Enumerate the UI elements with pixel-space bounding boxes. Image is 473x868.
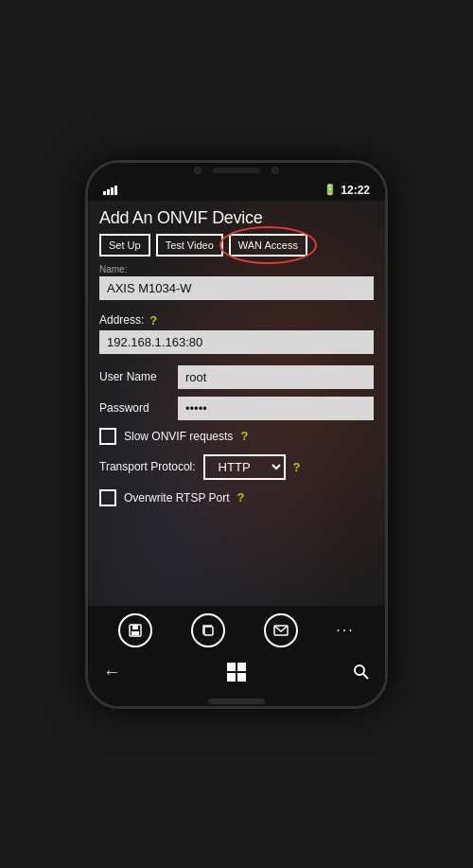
save-button[interactable] [118, 613, 152, 647]
signal-bar-2 [107, 189, 110, 195]
battery-icon: 🔋 [324, 184, 337, 196]
slow-onvif-checkbox[interactable] [99, 428, 116, 445]
camera-dot [194, 167, 201, 174]
search-button[interactable] [353, 664, 370, 681]
tab-wanaccess[interactable]: WAN Access [229, 234, 307, 257]
copy-button[interactable] [191, 613, 225, 647]
speaker-grill [208, 699, 265, 704]
signal-bar-1 [103, 191, 106, 195]
phone-top-hardware [88, 163, 385, 178]
svg-line-6 [363, 674, 368, 679]
slow-onvif-help-icon[interactable]: ? [240, 429, 248, 443]
page-header: Add An ONVIF Device [88, 201, 385, 234]
save-icon [128, 623, 143, 638]
password-input[interactable] [178, 397, 374, 420]
home-button[interactable] [227, 663, 246, 682]
address-help-icon[interactable]: ? [149, 313, 157, 328]
win-sq-1 [227, 663, 236, 671]
transport-protocol-row: Transport Protocol: HTTP HTTPS TCP ? [99, 454, 374, 480]
windows-logo [227, 663, 246, 682]
name-input[interactable] [99, 276, 374, 300]
password-label: Password [99, 401, 170, 415]
transport-select[interactable]: HTTP HTTPS TCP [203, 454, 286, 480]
earpiece [213, 168, 260, 173]
page-title: Add An ONVIF Device [99, 208, 374, 228]
overwrite-rtsp-row: Overwrite RTSP Port ? [99, 489, 374, 506]
screen-content: Add An ONVIF Device Set Up Test Video WA… [88, 201, 385, 655]
address-input[interactable] [99, 330, 374, 354]
svg-rect-3 [204, 627, 213, 635]
sensor-dot [272, 167, 279, 174]
back-button[interactable]: ← [103, 663, 120, 682]
address-label-row: Address: ? [99, 313, 374, 328]
email-icon [273, 624, 289, 637]
transport-label: Transport Protocol: [99, 460, 196, 473]
overwrite-rtsp-checkbox[interactable] [99, 489, 116, 506]
tab-testvideo[interactable]: Test Video [156, 234, 223, 257]
tab-bar: Set Up Test Video WAN Access [88, 234, 385, 264]
overwrite-rtsp-help-icon[interactable]: ? [237, 490, 245, 505]
signal-bar-4 [114, 186, 117, 195]
search-icon [353, 664, 370, 681]
win-sq-2 [237, 663, 246, 671]
signal-area [103, 186, 117, 195]
username-field-group: User Name [99, 365, 374, 389]
copy-icon [201, 623, 216, 638]
transport-help-icon[interactable]: ? [293, 460, 301, 474]
signal-bar-3 [111, 187, 114, 195]
svg-rect-1 [132, 625, 138, 629]
bottom-toolbar: ··· [88, 606, 385, 655]
phone-screen: Add An ONVIF Device Set Up Test Video WA… [88, 201, 385, 655]
clock: 12:22 [341, 184, 370, 197]
name-field-group: Name: [99, 264, 374, 308]
slow-onvif-label: Slow ONVIF requests [124, 430, 233, 443]
signal-bars [103, 186, 117, 195]
tab-setup[interactable]: Set Up [99, 234, 150, 257]
address-label: Address: [99, 313, 144, 327]
more-button[interactable]: ··· [336, 622, 354, 639]
phone-speaker [88, 694, 385, 706]
slow-onvif-row: Slow ONVIF requests ? [99, 428, 374, 445]
overwrite-rtsp-label: Overwrite RTSP Port [124, 491, 230, 505]
svg-point-5 [355, 665, 364, 675]
username-label: User Name [99, 370, 170, 383]
password-field-group: Password [99, 397, 374, 420]
svg-rect-2 [131, 631, 139, 635]
name-label-hidden: Name: [99, 264, 374, 275]
email-button[interactable] [264, 613, 298, 647]
win-sq-4 [237, 673, 246, 682]
tab-wanaccess-wrapper: WAN Access [229, 234, 307, 257]
status-right: 🔋 12:22 [324, 184, 370, 197]
username-input[interactable] [178, 365, 374, 389]
phone-device: 🔋 12:22 Add An ONVIF Device Set Up Test … [85, 160, 388, 709]
address-field-group: Address: ? [99, 313, 374, 362]
win-sq-3 [227, 673, 236, 682]
phone-nav-bar: ← [88, 655, 385, 694]
status-bar: 🔋 12:22 [88, 178, 385, 201]
form-area: Name: Address: ? User Name [88, 264, 385, 606]
